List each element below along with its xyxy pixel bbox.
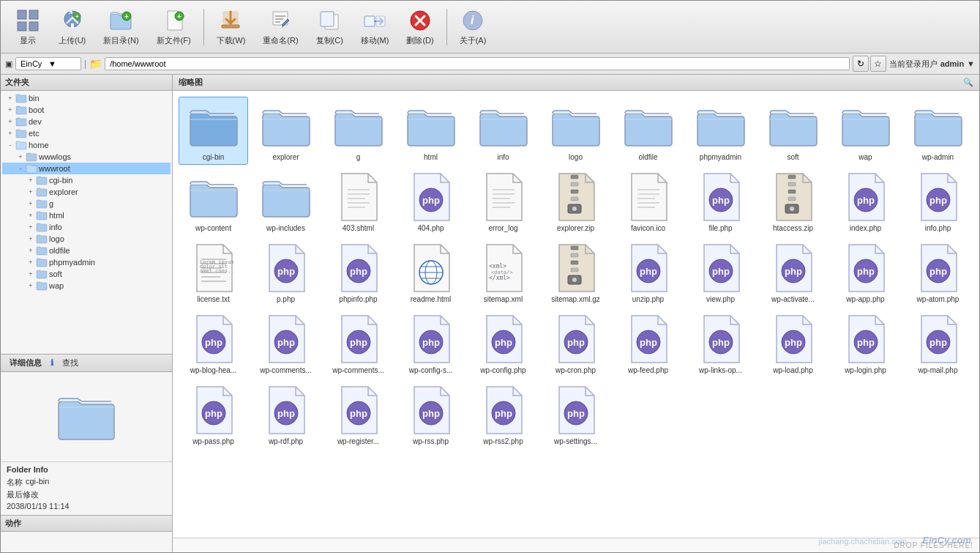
display-button[interactable]: 显示 <box>7 4 49 50</box>
file-item-unzip-php[interactable]: php unzip.php <box>613 239 683 307</box>
info-tab-detail[interactable]: 详细信息 <box>5 357 46 369</box>
file-item-phpinfo-php[interactable]: php phpinfo.php <box>323 239 393 307</box>
drop-zone[interactable]: DROP FILES HERE! <box>173 538 979 552</box>
file-item-phpmyadmin[interactable]: phpmyadmin <box>686 97 755 165</box>
file-item-wp-activate---[interactable]: php wp-activate... <box>758 239 828 307</box>
file-item-g[interactable]: g <box>323 97 393 165</box>
file-item-wp-settings---[interactable]: php wp-settings... <box>541 381 610 449</box>
file-item-oldfile[interactable]: oldfile <box>613 97 683 165</box>
download-button[interactable]: 下载(W) <box>209 4 254 50</box>
delete-button[interactable]: 删除(D) <box>398 4 441 50</box>
file-item-info-php[interactable]: php info.php <box>903 168 973 236</box>
svg-rect-17 <box>364 16 375 26</box>
file-item-wp-comments---[interactable]: php wp-comments... <box>251 310 321 378</box>
file-item-wp-pass-php[interactable]: php wp-pass.php <box>179 381 248 449</box>
file-item-wp-app-php[interactable]: php wp-app.php <box>831 239 900 307</box>
files-scroll-container[interactable]: cgi-bin explorer g html info logo oldfil… <box>173 91 979 552</box>
tree-item-phpmyadmin[interactable]: + phpmyadmin <box>2 256 171 268</box>
refresh-button[interactable]: ↻ <box>853 56 869 72</box>
file-item-view-php[interactable]: php view.php <box>686 239 755 307</box>
file-item-wp-cron-php[interactable]: php wp-cron.php <box>541 310 610 378</box>
file-item-wp-login-php[interactable]: php wp-login.php <box>831 310 900 378</box>
file-item-info[interactable]: info <box>468 97 538 165</box>
file-item-wp-load-php[interactable]: php wp-load.php <box>758 310 828 378</box>
rename-button[interactable]: 重命名(R) <box>255 4 306 50</box>
php-icon: php <box>623 313 674 365</box>
about-button[interactable]: i 关于(A) <box>452 4 495 50</box>
tree-item-home[interactable]: - home <box>2 139 171 151</box>
file-item-sitemap-xml[interactable]: <xml> <data/> </xml> sitemap.xml <box>468 239 538 307</box>
tree-item-explorer[interactable]: + explorer <box>2 186 171 198</box>
file-item-p-php[interactable]: php p.php <box>251 239 321 307</box>
move-button[interactable]: 移动(M) <box>353 4 397 50</box>
new-folder-icon: + <box>108 7 134 34</box>
new-file-button[interactable]: + 新文件(F) <box>149 4 199 50</box>
file-item-wp-links-op---[interactable]: php wp-links-op... <box>686 310 755 378</box>
file-item-error-log[interactable]: error_log <box>468 168 538 236</box>
file-item-wp-mail-php[interactable]: php wp-mail.php <box>903 310 973 378</box>
tree-item-dev[interactable]: + dev <box>2 116 171 127</box>
tree-item-info[interactable]: + info <box>2 221 171 233</box>
php-icon: php <box>405 171 457 223</box>
file-item-sitemap-xml-gz[interactable]: sitemap.xml.gz <box>541 239 610 307</box>
file-item-wp-config-php[interactable]: php wp-config.php <box>468 310 538 378</box>
tree-item-wap[interactable]: + wap <box>2 280 171 292</box>
tree-item-oldfile[interactable]: + oldfile <box>2 245 171 256</box>
new-folder-button[interactable]: + 新目录(N) <box>95 4 146 50</box>
file-item-soft[interactable]: soft <box>758 97 828 165</box>
file-item-wp-config-s---[interactable]: php wp-config-s... <box>396 310 465 378</box>
copy-button[interactable]: 复制(C) <box>308 4 351 50</box>
file-item-wp-rss-php[interactable]: php wp-rss.php <box>396 381 465 449</box>
file-item-logo[interactable]: logo <box>541 97 610 165</box>
file-item-index-php[interactable]: php index.php <box>831 168 900 236</box>
tree-item-g[interactable]: + g <box>2 198 171 209</box>
tree-item-boot[interactable]: + boot <box>2 104 171 116</box>
file-item-wp-blog-hea---[interactable]: php wp-blog-hea... <box>179 310 248 378</box>
php-icon: php <box>695 242 747 294</box>
tree-item-cgi-bin[interactable]: + cgi-bin <box>2 174 171 186</box>
file-item-wap[interactable]: wap <box>831 97 900 165</box>
file-item-403-shtml[interactable]: 403.shtml <box>323 168 393 236</box>
info-panel: 详细信息 ℹ 查找 Folder Info 名称 cgi-bin <box>1 355 172 516</box>
tree-item-logo[interactable]: + logo <box>2 233 171 245</box>
info-tab-find[interactable]: 查找 <box>58 357 83 369</box>
file-item-wp-atom-php[interactable]: php wp-atom.php <box>903 239 973 307</box>
tree-item-wwwlogs[interactable]: + wwwlogs <box>2 151 171 163</box>
folder-icon <box>15 128 27 138</box>
file-tree[interactable]: + bin + boot + dev <box>1 91 172 354</box>
php-icon: php <box>623 242 674 294</box>
search-icon[interactable]: 🔍 <box>963 78 973 87</box>
file-item-wp-admin[interactable]: wp-admin <box>903 97 973 165</box>
file-label: unzip.php <box>632 295 664 303</box>
upload-button[interactable]: + 上传(U) <box>51 4 94 50</box>
file-item-wp-register---[interactable]: php wp-register... <box>323 381 393 449</box>
tree-item-etc[interactable]: + etc <box>2 127 171 139</box>
file-item-wp-comments---[interactable]: php wp-comments... <box>323 310 393 378</box>
site-dropdown[interactable]: EinCy ▼ <box>15 57 81 70</box>
tree-item-soft[interactable]: + soft <box>2 268 171 280</box>
user-dropdown-icon[interactable]: ▼ <box>967 59 975 68</box>
file-item-wp-rdf-php[interactable]: php wp-rdf.php <box>251 381 321 449</box>
file-item-file-php[interactable]: php file.php <box>686 168 755 236</box>
bookmark-button[interactable]: ☆ <box>870 56 886 72</box>
file-item-html[interactable]: html <box>396 97 465 165</box>
folder-icon <box>478 100 529 152</box>
file-item-wp-rss2-php[interactable]: php wp-rss2.php <box>468 381 538 449</box>
file-item-license-txt[interactable]: Lorem ipsum dolor sit amet cons... licen… <box>179 239 248 307</box>
file-item-htaccess-zip[interactable]: htaccess.zip <box>758 168 828 236</box>
path-input[interactable]: /home/wwwroot <box>105 57 850 70</box>
file-item-readme-html[interactable]: readme.html <box>396 239 465 307</box>
file-item-wp-includes[interactable]: wp-includes <box>251 168 321 236</box>
file-item-wp-content[interactable]: wp-content <box>179 168 248 236</box>
tree-item-wwwroot[interactable]: - wwwroot <box>2 163 171 174</box>
file-item-explorer[interactable]: explorer <box>251 97 321 165</box>
content-area: 文件夹 + bin + boot <box>1 75 979 552</box>
tree-item-html[interactable]: + html <box>2 209 171 221</box>
file-item-explorer-zip[interactable]: explorer.zip <box>541 168 610 236</box>
file-label: wp-blog-hea... <box>190 366 236 374</box>
file-item-404-php[interactable]: php 404.php <box>396 168 465 236</box>
file-item-favicon-ico[interactable]: favicon.ico <box>613 168 683 236</box>
file-item-wp-feed-php[interactable]: php wp-feed.php <box>613 310 683 378</box>
file-item-cgi-bin[interactable]: cgi-bin <box>179 97 248 165</box>
tree-item-bin[interactable]: + bin <box>2 92 171 104</box>
